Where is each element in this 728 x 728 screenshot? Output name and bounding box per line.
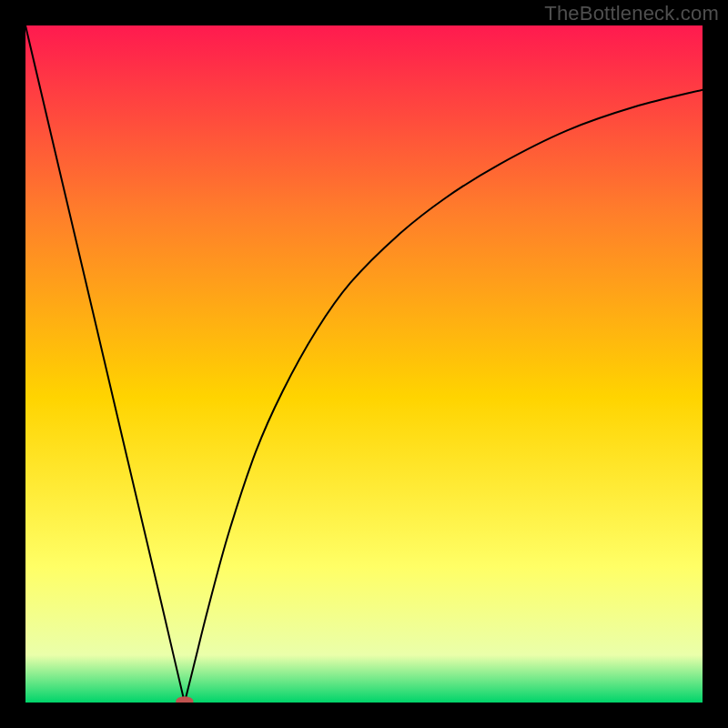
gradient-background [25, 25, 703, 703]
plot-area [25, 25, 703, 703]
chart-frame: TheBottleneck.com [0, 0, 728, 728]
watermark-text: TheBottleneck.com [544, 2, 719, 25]
chart-svg [25, 25, 703, 703]
